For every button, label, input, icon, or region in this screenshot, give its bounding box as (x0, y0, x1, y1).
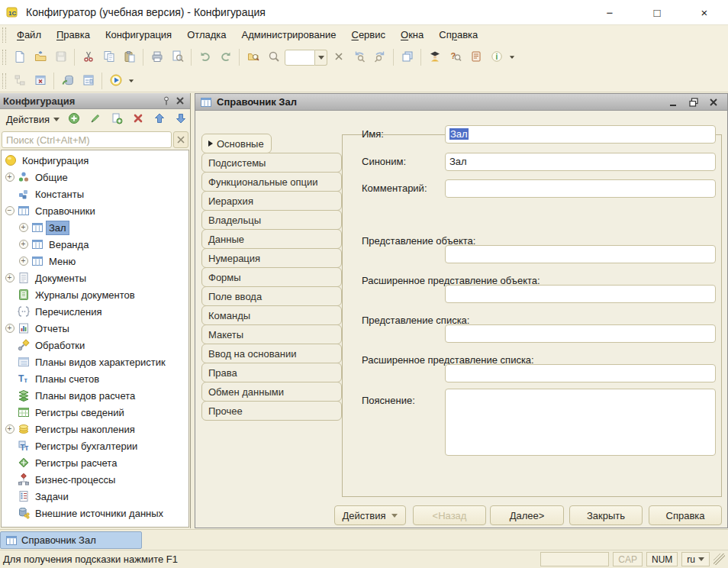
tree-item[interactable]: Константы (2, 186, 188, 202)
tree-item[interactable]: Бизнес-процессы (2, 471, 188, 488)
save-button[interactable] (50, 47, 71, 67)
dialog-actions-button[interactable]: Действия (334, 505, 406, 525)
toolbar-options-button[interactable] (507, 47, 517, 67)
tree-item[interactable]: Задачи (2, 488, 188, 505)
tree-item[interactable]: −Справочники (2, 202, 188, 219)
find-previous-button[interactable] (349, 47, 369, 67)
menu-item-5[interactable]: Сервис (344, 26, 394, 44)
undo-button[interactable] (195, 47, 215, 67)
add-button[interactable] (65, 111, 83, 128)
ext-object-repr-input[interactable] (445, 285, 716, 303)
tree-item[interactable]: TтПланы счетов (2, 370, 188, 387)
configuration-hierarchy-button[interactable] (9, 71, 30, 91)
help-button[interactable]: Справка (649, 505, 722, 525)
toolbar-grip[interactable] (2, 73, 6, 89)
tree-expander-plus-icon[interactable]: + (18, 257, 28, 266)
menu-item-6[interactable]: Окна (393, 26, 431, 44)
back-button[interactable]: <Назад (413, 505, 486, 525)
menu-item-0[interactable]: Файл (9, 26, 49, 44)
wizard-tab-12[interactable]: Права (201, 363, 342, 382)
close-dialog-button[interactable]: Закрыть (569, 505, 643, 525)
tree-expander-plus-icon[interactable]: + (5, 424, 14, 434)
print-preview-button[interactable] (167, 47, 188, 67)
find-next-button[interactable] (369, 47, 390, 67)
move-down-button[interactable] (172, 111, 190, 128)
tree-item[interactable]: Конфигурация (2, 152, 188, 169)
global-search-button[interactable] (263, 47, 284, 67)
synonym-input[interactable]: Зал (445, 153, 716, 171)
wizard-tab-7[interactable]: Формы (201, 267, 342, 287)
menu-item-2[interactable]: Конфигурация (98, 26, 179, 44)
update-database-button[interactable] (57, 71, 78, 91)
resize-grip-icon[interactable] (714, 553, 725, 565)
find-in-files-button[interactable] (243, 47, 263, 67)
menu-item-1[interactable]: Правка (49, 26, 98, 44)
chevron-down-icon[interactable] (315, 50, 327, 66)
tree-item[interactable]: +Документы (2, 269, 188, 286)
search-input[interactable] (2, 131, 172, 148)
explanation-input[interactable] (445, 389, 716, 456)
tree-expander-plus-icon[interactable]: + (18, 240, 28, 250)
wizard-tab-11[interactable]: Ввод на основании (201, 344, 342, 363)
list-repr-input[interactable] (445, 324, 716, 343)
windows-button[interactable] (397, 47, 417, 67)
tree-expander-plus-icon[interactable]: + (18, 223, 28, 233)
wizard-tab-8[interactable]: Поле ввода (201, 286, 342, 306)
wizard-tab-4[interactable]: Владельцы (201, 210, 342, 230)
tree-item[interactable]: +Зал (2, 219, 188, 236)
language-selector[interactable]: ru (681, 552, 710, 566)
maximize-button[interactable]: □ (633, 0, 681, 24)
tree-item[interactable]: +Меню (2, 253, 188, 269)
wizard-tab-9[interactable]: Команды (201, 305, 342, 325)
open-button[interactable] (30, 47, 50, 67)
wizard-tab-3[interactable]: Иерархия (201, 191, 342, 211)
wizard-tab-6[interactable]: Нумерация (201, 248, 342, 268)
tree-item[interactable]: Обработки (2, 337, 188, 353)
menu-item-7[interactable]: Справка (431, 26, 485, 44)
tree-item[interactable]: Внешние источники данных (2, 505, 188, 521)
wizard-tab-5[interactable]: Данные (201, 229, 342, 249)
menu-item-4[interactable]: Администрирование (234, 26, 344, 44)
actions-menu-button[interactable]: Действия (2, 111, 63, 127)
taskbar-tab-catalog[interactable]: Справочник Зал (0, 531, 142, 549)
syntax-check-button[interactable] (424, 47, 445, 67)
tree-expander-plus-icon[interactable]: + (5, 173, 14, 182)
start-debugging-button[interactable] (105, 71, 126, 91)
dialog-restore-icon[interactable] (688, 96, 700, 108)
move-up-button[interactable] (150, 111, 169, 128)
next-button[interactable]: Далее> (490, 505, 564, 525)
close-button[interactable]: × (681, 0, 728, 24)
dialog-close-icon[interactable] (707, 96, 720, 108)
open-form-button[interactable] (78, 71, 98, 91)
paste-button[interactable] (119, 47, 140, 67)
delete-button[interactable] (129, 111, 147, 128)
tree-item[interactable]: Планы видов расчета (2, 387, 188, 404)
clear-search-button[interactable] (328, 47, 349, 67)
info-button[interactable]: i (486, 47, 507, 67)
tree-item[interactable]: +Регистры накопления (2, 421, 188, 437)
copy-button[interactable] (98, 47, 119, 67)
templates-button[interactable] (465, 47, 486, 67)
print-button[interactable] (147, 47, 167, 67)
tree-item[interactable]: Журналы документов (2, 286, 188, 303)
dialog-minimize-icon[interactable] (668, 96, 680, 108)
dialog-titlebar[interactable]: Справочник Зал (195, 94, 727, 111)
search-combobox-field[interactable] (285, 50, 315, 66)
syntax-help-button[interactable]: ? (445, 47, 465, 67)
tree-item[interactable]: Планы видов характеристик (2, 353, 188, 370)
wizard-tab-13[interactable]: Обмен данными (201, 382, 342, 402)
cut-button[interactable] (78, 47, 98, 67)
comment-input[interactable] (445, 179, 716, 198)
panel-close-icon[interactable] (173, 95, 187, 108)
wizard-tab-0[interactable]: Основные (201, 134, 272, 153)
wizard-tab-1[interactable]: Подсистемы (201, 153, 342, 173)
name-input[interactable]: Зал (445, 125, 716, 144)
wizard-tab-14[interactable]: Прочее (201, 401, 342, 421)
edit-button[interactable] (86, 111, 105, 128)
tree-item[interactable]: +Отчеты (2, 320, 188, 337)
tree-expander-plus-icon[interactable]: + (5, 273, 14, 283)
redo-button[interactable] (215, 47, 236, 67)
search-combobox[interactable] (285, 50, 327, 66)
object-repr-input[interactable] (445, 245, 716, 263)
wizard-tab-10[interactable]: Макеты (201, 324, 342, 344)
